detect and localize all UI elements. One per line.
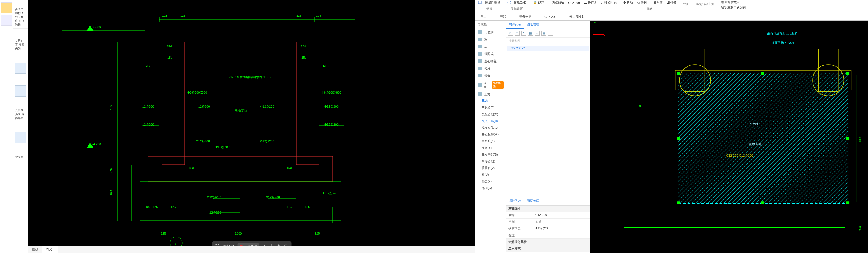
svg-text:Φ6@600X600: Φ6@600X600: [321, 91, 341, 94]
tab-layout1[interactable]: 布局1: [42, 246, 58, 253]
cloud-save-button[interactable]: ☁ 云存盘: [584, 1, 597, 5]
search-input[interactable]: 搜索构件...: [506, 38, 590, 44]
restore-cad-icon[interactable]: [507, 1, 511, 4]
tool-button[interactable]: □: [508, 31, 513, 36]
svg-text:125: 125: [297, 14, 302, 17]
tab-drawings[interactable]: 图纸管理: [524, 21, 542, 29]
axis-button[interactable]: ↔ 两点辅轴: [548, 1, 564, 5]
tab-props[interactable]: 属性列表: [506, 197, 524, 205]
svg-text:Φ12@200: Φ12@200: [140, 123, 154, 126]
breadcrumb-item[interactable]: 筏板主筋: [517, 14, 533, 19]
edit-rebar-button[interactable]: 筏板主筋二次编辑: [721, 5, 746, 9]
prop-group[interactable]: 显示样式: [506, 245, 590, 252]
svg-rect-14: [140, 182, 341, 187]
tab-model[interactable]: 模型: [28, 246, 42, 253]
convert-button[interactable]: ⇄ 转换图元: [601, 1, 617, 5]
bim-app: 按属性选择 选择 还原CAD 图纸设置 🔒 锁定 ↔ 两点辅轴 C12-200 …: [475, 0, 868, 253]
hint-image: [15, 85, 26, 97]
current-element-select[interactable]: C12-200: [568, 1, 580, 4]
svg-text:3: 3: [174, 242, 176, 246]
nav-sub-item[interactable]: 筏板基础(M): [479, 111, 506, 118]
select-icon[interactable]: [478, 1, 482, 4]
door-icon: [477, 30, 482, 34]
nav-sub-item[interactable]: 垫层(X): [479, 178, 506, 185]
nav-sub-item[interactable]: 条形基础(T): [479, 158, 506, 165]
nav-item-assembly[interactable]: 装配式: [475, 50, 506, 58]
cad-tabs: 模型 布局1: [28, 246, 475, 253]
breadcrumb-item[interactable]: 首层: [478, 14, 489, 19]
nav-item-stair[interactable]: 楼梯: [475, 65, 506, 72]
tool-button[interactable]: ▤: [541, 31, 547, 36]
breadcrumb-item[interactable]: 分层筏板1: [567, 14, 586, 19]
svg-text:125: 125: [153, 205, 158, 209]
restore-cad-button[interactable]: 还原CAD: [514, 1, 526, 5]
tool-button[interactable]: ⋯: [548, 31, 553, 36]
foundation-icon: [477, 83, 482, 87]
nav-sub-item[interactable]: 筏板主筋(R): [479, 118, 506, 124]
prop-row[interactable]: 类别底筋: [506, 219, 590, 225]
tree-node[interactable]: C12-200 <1>: [507, 45, 589, 51]
breadcrumb: 首层· 基础· 筏板主筋· C12-200· 分层筏板1·: [475, 13, 868, 21]
breadcrumb-item[interactable]: C12-200: [542, 14, 558, 19]
svg-text:Φ12@200: Φ12@200: [266, 195, 280, 199]
cad-viewport[interactable]: -2.830 -4.230 KL7 KL8 (水平筋在两端墙柱内锚固LaE) 电…: [28, 0, 475, 253]
nav-sub-item[interactable]: 桩(U): [479, 172, 506, 178]
cad-drawing: -2.830 -4.230 KL7 KL8 (水平筋在两端墙柱内锚固LaE) 电…: [28, 0, 475, 253]
thumb[interactable]: [1, 2, 12, 13]
nav-item-earth[interactable]: 土方: [475, 91, 506, 98]
svg-text:Φ12@200: Φ12@200: [196, 140, 210, 143]
svg-text:15d: 15d: [167, 45, 172, 48]
nav-sub-item[interactable]: 独立基础(D): [479, 151, 506, 158]
axis-gizmo: Y X: [590, 21, 868, 253]
mirror-button[interactable]: ▟ 镜像: [667, 1, 677, 5]
nav-item-cavity[interactable]: 空心楼盖: [475, 58, 506, 65]
nav-sub-item[interactable]: 基础板带(W): [479, 131, 506, 138]
nav-sub-item[interactable]: 地沟(G): [479, 185, 506, 191]
tab-layer[interactable]: 图层管理: [524, 197, 542, 205]
nav-sub-item[interactable]: 集水坑(K): [479, 138, 506, 145]
breadcrumb-item[interactable]: 基础: [497, 14, 508, 19]
nav-item-slab[interactable]: 板: [475, 43, 506, 50]
thumb[interactable]: [1, 14, 12, 26]
tool-button[interactable]: ↻: [521, 31, 526, 36]
nav-item-foundation[interactable]: 基础免费体验: [475, 79, 506, 91]
nav-sub-item[interactable]: 柱墩(Y): [479, 145, 506, 151]
prop-row[interactable]: 名称C12-200: [506, 212, 590, 219]
tool-button[interactable]: ⌂: [535, 31, 540, 36]
nav-item-finish[interactable]: 装修: [475, 72, 506, 79]
svg-rect-75: [216, 244, 217, 246]
nav-header: 导航栏: [475, 21, 506, 29]
tab-elements[interactable]: 构件列表: [506, 21, 524, 29]
nav-sub-item[interactable]: 基础: [479, 98, 506, 104]
select-by-prop-button[interactable]: 按属性选择: [485, 1, 500, 5]
nav-item-door[interactable]: 门窗洞: [475, 29, 506, 36]
svg-text:15d: 15d: [189, 166, 194, 170]
prop-group[interactable]: 钢筋业务属性: [506, 239, 590, 245]
model-viewport[interactable]: (承台顶标高与电梯基坑 顶面平均-4.230) -1.430 电梯基坑 C12-…: [590, 21, 868, 253]
hint-text: 其他成员同 得简单方: [13, 107, 28, 122]
prop-row[interactable]: 钢筋信息Φ12@200: [506, 225, 590, 232]
svg-rect-83: [478, 45, 482, 48]
prop-row[interactable]: 备注: [506, 232, 590, 239]
svg-text:Φ12@200: Φ12@200: [260, 140, 274, 143]
tool-button[interactable]: ▦: [528, 31, 533, 36]
hint-image: [15, 63, 26, 74]
nav-sub-item[interactable]: 筏板负筋(X): [479, 124, 506, 131]
nav-sub-item[interactable]: 基础梁(F): [479, 104, 506, 111]
ribbon-group-general: 🔒 锁定 ↔ 两点辅轴 C12-200 ☁ 云存盘 ⇄ 转换图元: [533, 1, 616, 5]
svg-text:Φ12@200: Φ12@200: [140, 105, 154, 108]
svg-text:KL8: KL8: [323, 64, 329, 68]
ribbon-group-cad: 还原CAD 图纸设置: [507, 1, 526, 11]
align-button[interactable]: ≡ 补对齐: [651, 1, 663, 5]
prop-group[interactable]: 基础属性: [506, 206, 590, 212]
tool-button[interactable]: □: [515, 31, 520, 36]
nav-sub-item[interactable]: 桩承台(V): [479, 165, 506, 172]
lock-button[interactable]: 🔒 锁定: [533, 1, 544, 5]
view-range-button[interactable]: 查看布筋范围: [721, 1, 740, 5]
svg-text:Φ12@200: Φ12@200: [324, 123, 339, 126]
copy-button[interactable]: ⧉ 复制: [637, 1, 647, 5]
svg-text:15d: 15d: [302, 56, 307, 59]
nav-item-beam[interactable]: 梁: [475, 36, 506, 43]
move-button[interactable]: ✥ 移动: [623, 1, 633, 5]
svg-rect-82: [478, 38, 482, 41]
